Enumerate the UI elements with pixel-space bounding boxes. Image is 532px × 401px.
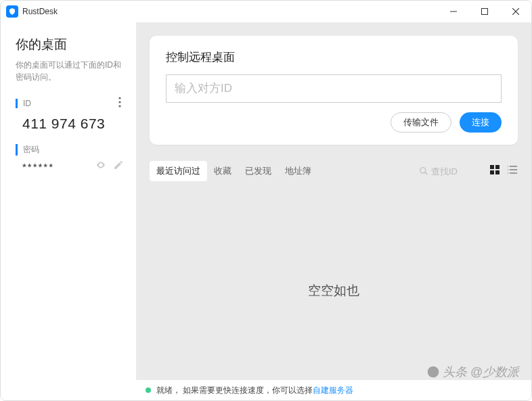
tabs-row: 最近访问过 收藏 已发现 地址簿 bbox=[150, 161, 518, 181]
id-value: 411 974 673 bbox=[22, 116, 124, 132]
svg-point-5 bbox=[118, 101, 120, 103]
sidebar: 你的桌面 你的桌面可以通过下面的ID和密码访问。 ID 411 974 673 … bbox=[1, 22, 136, 400]
remote-id-input[interactable] bbox=[166, 74, 502, 103]
edit-icon[interactable] bbox=[113, 160, 124, 173]
svg-point-17 bbox=[508, 169, 509, 170]
id-label: ID bbox=[16, 99, 31, 108]
connect-heading: 控制远程桌面 bbox=[166, 49, 502, 65]
close-button[interactable] bbox=[500, 1, 531, 22]
svg-rect-1 bbox=[482, 9, 488, 15]
password-label: 密码 bbox=[16, 144, 39, 156]
connect-button[interactable]: 连接 bbox=[460, 112, 502, 133]
sidebar-description: 你的桌面可以通过下面的ID和密码访问。 bbox=[16, 59, 124, 83]
more-icon[interactable] bbox=[116, 94, 124, 113]
app-icon bbox=[6, 5, 18, 18]
connect-card: 控制远程桌面 传输文件 连接 bbox=[150, 36, 518, 145]
empty-text: 空空如也 bbox=[308, 282, 359, 300]
titlebar: RustDesk bbox=[1, 1, 531, 22]
status-dot-icon bbox=[146, 387, 151, 393]
svg-point-4 bbox=[118, 97, 120, 99]
empty-area: 空空如也 bbox=[150, 181, 518, 400]
svg-point-16 bbox=[508, 166, 509, 167]
search-icon bbox=[419, 166, 428, 176]
list-view-icon[interactable] bbox=[507, 164, 518, 178]
svg-line-8 bbox=[425, 172, 428, 175]
status-bar: 就绪， 如果需要更快连接速度，你可以选择自建服务器 bbox=[136, 380, 531, 400]
svg-point-6 bbox=[118, 105, 120, 107]
tab-favorites[interactable]: 收藏 bbox=[207, 161, 238, 181]
status-ready: 就绪， bbox=[156, 385, 181, 395]
password-value: ****** bbox=[22, 161, 95, 172]
window-controls bbox=[438, 1, 531, 22]
status-link[interactable]: 自建服务器 bbox=[313, 385, 353, 395]
grid-view-icon[interactable] bbox=[489, 164, 500, 178]
svg-rect-9 bbox=[490, 165, 494, 169]
svg-point-7 bbox=[420, 168, 426, 173]
svg-point-18 bbox=[508, 172, 509, 174]
svg-rect-10 bbox=[495, 165, 500, 169]
search-wrap bbox=[415, 165, 483, 178]
svg-rect-12 bbox=[495, 170, 500, 174]
status-hint: 如果需要更快连接速度，你可以选择 bbox=[183, 385, 313, 395]
tab-recent[interactable]: 最近访问过 bbox=[150, 161, 207, 181]
svg-rect-11 bbox=[490, 170, 494, 174]
transfer-button[interactable]: 传输文件 bbox=[391, 112, 451, 133]
app-title: RustDesk bbox=[22, 7, 58, 16]
sidebar-heading: 你的桌面 bbox=[16, 36, 124, 53]
search-input[interactable] bbox=[431, 166, 479, 176]
minimize-button[interactable] bbox=[438, 1, 469, 22]
content-area: 控制远程桌面 传输文件 连接 最近访问过 收藏 已发现 地址簿 bbox=[136, 22, 531, 400]
maximize-button[interactable] bbox=[469, 1, 500, 22]
tab-discovered[interactable]: 已发现 bbox=[238, 161, 278, 181]
tab-addressbook[interactable]: 地址簿 bbox=[278, 161, 318, 181]
eye-icon[interactable] bbox=[95, 160, 106, 173]
